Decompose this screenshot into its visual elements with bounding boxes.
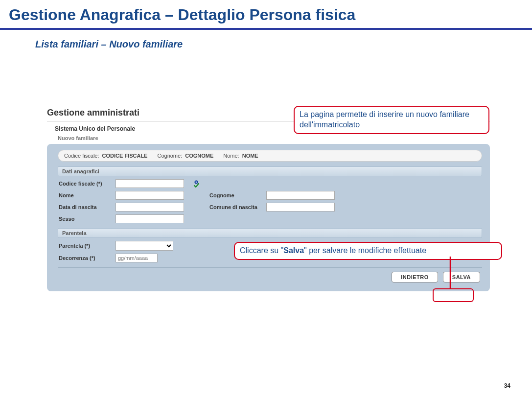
form-panel: Codice fiscale: CODICE FISCALE Cognome: … <box>47 144 490 291</box>
callout-salva-suffix: " per salvare le modifiche effettuate <box>304 246 426 255</box>
divider <box>58 267 482 268</box>
summary-cf-value: CODICE FISCALE <box>102 150 148 161</box>
app-screenshot: Gestione amministrati Sistema Unico del … <box>47 108 490 291</box>
summary-cognome-label: Cognome: <box>157 150 182 161</box>
summary-nome-value: NOME <box>242 150 258 161</box>
input-sesso[interactable] <box>116 214 184 223</box>
input-data-nascita[interactable] <box>116 203 184 211</box>
page-number: 34 <box>504 382 510 389</box>
label-decorrenza: Decorrenza (*) <box>59 255 113 261</box>
callout-salva-prefix: Cliccare su " <box>240 246 283 255</box>
callout-salva-bold: Salva <box>283 246 304 255</box>
summary-cognome-value: COGNOME <box>185 150 213 161</box>
label-cognome: Cognome <box>209 192 263 198</box>
validate-icon[interactable] <box>192 179 201 188</box>
label-parentela: Parentela (*) <box>59 243 113 249</box>
label-nome: Nome <box>59 192 113 198</box>
action-bar: INDIETRO SALVA <box>58 272 482 282</box>
summary-cf-label: Codice fiscale: <box>64 150 99 161</box>
label-sesso: Sesso <box>59 216 113 222</box>
label-data-nascita: Data di nascita <box>59 204 113 210</box>
fields-anagrafici: Codice fiscale (*) Nome Cognome Data di … <box>58 179 482 223</box>
title-rule <box>0 28 532 30</box>
select-parentela[interactable] <box>116 241 173 251</box>
summary-nome-label: Nome: <box>223 150 239 161</box>
section-parentela: Parentela <box>58 228 482 238</box>
input-codice-fiscale[interactable] <box>116 179 184 188</box>
summary-bar: Codice fiscale: CODICE FISCALE Cognome: … <box>58 150 482 162</box>
callout-top: La pagina permette di inserire un nuovo … <box>294 106 489 134</box>
page-label: Nuovo familiare <box>58 135 490 141</box>
input-comune-nascita[interactable] <box>266 203 335 211</box>
input-nome[interactable] <box>116 191 184 200</box>
indietro-button[interactable]: INDIETRO <box>392 272 438 282</box>
label-comune-nascita: Comune di nascita <box>209 204 263 210</box>
input-decorrenza[interactable] <box>116 254 158 262</box>
input-cognome[interactable] <box>266 191 335 200</box>
section-anagrafici: Dati anagrafici <box>58 166 482 176</box>
svg-point-1 <box>196 182 197 183</box>
label-codice-fiscale: Codice fiscale (*) <box>59 181 113 187</box>
slide-subtitle: Lista familiari – Nuovo familiare <box>0 39 532 50</box>
slide-title: Gestione Anagrafica – Dettaglio Persona … <box>0 0 532 28</box>
callout-salva: Cliccare su "Salva" per salvare le modif… <box>234 242 502 260</box>
salva-button[interactable]: SALVA <box>443 272 480 282</box>
